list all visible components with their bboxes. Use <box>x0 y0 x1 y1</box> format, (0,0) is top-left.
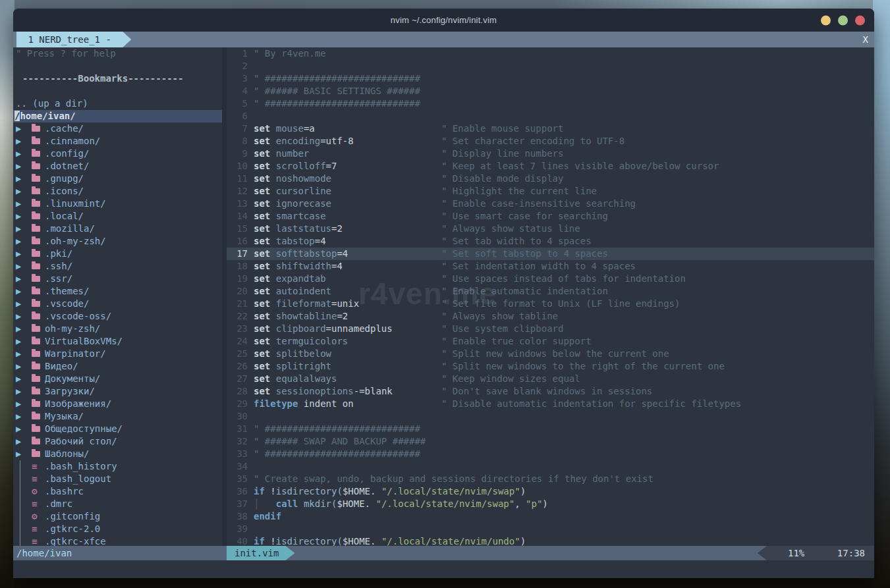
collapsed-arrow-icon[interactable]: ▶ <box>16 335 32 348</box>
tree-row-dir[interactable]: ▶.linuxmint/ <box>13 198 222 210</box>
tree-row-dir[interactable]: ▶oh-my-zsh/ <box>13 323 222 335</box>
editor-line-4[interactable]: 4" ###### BASIC SETTINGS ###### <box>227 85 874 97</box>
editor-line-7[interactable]: 7set mouse=a" Enable mouse support <box>227 122 874 135</box>
tree-row-dir[interactable]: ▶Warpinator/ <box>13 348 222 360</box>
editor-line-39[interactable]: 39 <box>227 523 874 535</box>
collapsed-arrow-icon[interactable]: ▶ <box>16 423 32 435</box>
editor-line-19[interactable]: 19set expandtab" Use spaces instead of t… <box>227 273 874 285</box>
collapsed-arrow-icon[interactable]: ▶ <box>16 260 32 273</box>
editor-line-21[interactable]: 21set fileformat=unix" Set file format t… <box>227 298 874 310</box>
tree-row-dir[interactable]: ▶.local/ <box>13 210 222 223</box>
collapsed-arrow-icon[interactable]: ▶ <box>16 173 32 185</box>
editor-line-30[interactable]: 30 <box>227 410 874 423</box>
editor-line-14[interactable]: 14set smartcase" Use smart case for sear… <box>227 210 874 223</box>
editor-line-40[interactable]: 40if !isdirectory($HOME. "/.local/state/… <box>227 535 874 546</box>
tree-row-dir[interactable]: ▶.ssr/ <box>13 273 222 285</box>
tree-row-dir[interactable]: ▶.ssh/ <box>13 260 222 273</box>
tree-row-dir[interactable]: ▶Рабочий стол/ <box>13 435 222 448</box>
tree-row-dir[interactable]: ▶.oh-my-zsh/ <box>13 235 222 248</box>
collapsed-arrow-icon[interactable]: ▶ <box>16 373 32 385</box>
tree-row-dir[interactable]: ▶.cache/ <box>13 122 222 135</box>
tree-row-dir[interactable]: ▶Общедоступные/ <box>13 423 222 435</box>
tree-row-dir[interactable]: ▶Видео/ <box>13 360 222 373</box>
collapsed-arrow-icon[interactable]: ▶ <box>16 385 32 398</box>
editor-line-32[interactable]: 32" ###### SWAP AND BACKUP ###### <box>227 435 874 448</box>
tree-row-dir[interactable]: ▶.cinnamon/ <box>13 135 222 147</box>
minimize-button[interactable] <box>821 15 831 25</box>
tree-row-file[interactable]: ⚙.gitconfig <box>13 510 222 523</box>
tree-row-file[interactable]: ≡.dmrc <box>13 498 222 510</box>
editor-line-33[interactable]: 33" ############################ <box>227 448 874 460</box>
maximize-button[interactable] <box>838 15 848 25</box>
tree-row-dir[interactable]: ▶VirtualBoxVMs/ <box>13 335 222 348</box>
collapsed-arrow-icon[interactable]: ▶ <box>16 248 32 260</box>
collapsed-arrow-icon[interactable]: ▶ <box>16 223 32 235</box>
tree-row-updir[interactable]: .. (up a dir) <box>13 97 222 110</box>
editor-line-12[interactable]: 12set cursorline" Highlight the current … <box>227 185 874 198</box>
tree-row-file[interactable]: ≡.bash_logout <box>13 473 222 485</box>
collapsed-arrow-icon[interactable]: ▶ <box>16 348 32 360</box>
tree-row-dir[interactable]: ▶.vscode/ <box>13 298 222 310</box>
editor-line-16[interactable]: 16set tabstop=4" Set tab width to 4 spac… <box>227 235 874 248</box>
editor-line-31[interactable]: 31" ############################ <box>227 423 874 435</box>
collapsed-arrow-icon[interactable]: ▶ <box>16 285 32 298</box>
collapsed-arrow-icon[interactable]: ▶ <box>16 298 32 310</box>
close-button[interactable] <box>855 15 865 25</box>
editor-line-20[interactable]: 20set autoindent" Enable automatic inden… <box>227 285 874 298</box>
tree-row-dir[interactable]: ▶.icons/ <box>13 185 222 198</box>
tree-row-dir[interactable]: ▶.pki/ <box>13 248 222 260</box>
collapsed-arrow-icon[interactable]: ▶ <box>16 435 32 448</box>
collapsed-arrow-icon[interactable]: ▶ <box>16 160 32 173</box>
collapsed-arrow-icon[interactable]: ▶ <box>16 122 32 135</box>
collapsed-arrow-icon[interactable]: ▶ <box>16 273 32 285</box>
collapsed-arrow-icon[interactable]: ▶ <box>16 147 32 160</box>
editor-line-37[interactable]: 37│ call mkdir($HOME. "/.local/state/nvi… <box>227 498 874 510</box>
tree-row-file[interactable]: ⚙.bashrc <box>13 485 222 498</box>
tree-row-dir[interactable]: ▶Загрузки/ <box>13 385 222 398</box>
tree-row-dir[interactable]: ▶.themes/ <box>13 285 222 298</box>
editor-line-1[interactable]: 1" By r4ven.me <box>227 47 874 60</box>
editor-line-3[interactable]: 3" ############################ <box>227 72 874 85</box>
collapsed-arrow-icon[interactable]: ▶ <box>16 448 32 460</box>
collapsed-arrow-icon[interactable]: ▶ <box>16 360 32 373</box>
editor-line-18[interactable]: 18set shiftwidth=4" Set indentation widt… <box>227 260 874 273</box>
editor-line-6[interactable]: 6 <box>227 110 874 122</box>
editor-line-5[interactable]: 5" ############################ <box>227 97 874 110</box>
collapsed-arrow-icon[interactable]: ▶ <box>16 198 32 210</box>
editor-line-28[interactable]: 28set sessionoptions-=blank" Don't save … <box>227 385 874 398</box>
editor-line-15[interactable]: 15set laststatus=2" Always show status l… <box>227 223 874 235</box>
tree-row-dir[interactable]: ▶Изображения/ <box>13 398 222 410</box>
tree-row-dir[interactable]: ▶.gnupg/ <box>13 173 222 185</box>
editor-line-25[interactable]: 25set splitbelow" Split new windows belo… <box>227 348 874 360</box>
tree-row-dir[interactable]: ▶Музыка/ <box>13 410 222 423</box>
command-line-area[interactable] <box>13 560 874 578</box>
tree-row-file[interactable]: ≡.bash_history <box>13 460 222 473</box>
editor-line-35[interactable]: 35" Create swap, undo, backup and sessio… <box>227 473 874 485</box>
tree-row-dir[interactable]: ▶Шаблоны/ <box>13 448 222 460</box>
collapsed-arrow-icon[interactable]: ▶ <box>16 410 32 423</box>
tree-row-file[interactable]: ≡.gtkrc-2.0 <box>13 523 222 535</box>
editor-line-9[interactable]: 9set number" Display line numbers <box>227 147 874 160</box>
editor-line-2[interactable]: 2 <box>227 60 874 72</box>
tree-row-file[interactable]: ≡.gtkrc-xfce <box>13 535 222 546</box>
editor-line-29[interactable]: 29filetype indent on" Disable automatic … <box>227 398 874 410</box>
editor-line-10[interactable]: 10set scrolloff=7" Keep at least 7 lines… <box>227 160 874 173</box>
tree-row-dir[interactable]: ▶.mozilla/ <box>13 223 222 235</box>
collapsed-arrow-icon[interactable]: ▶ <box>16 310 32 323</box>
collapsed-arrow-icon[interactable]: ▶ <box>16 185 32 198</box>
editor-line-24[interactable]: 24set termguicolors" Enable true color s… <box>227 335 874 348</box>
collapsed-arrow-icon[interactable]: ▶ <box>16 235 32 248</box>
editor-line-38[interactable]: 38endif <box>227 510 874 523</box>
tab-close-icon[interactable]: X <box>863 32 868 47</box>
tree-row-root[interactable]: /home/ivan/ <box>13 110 222 122</box>
editor-line-13[interactable]: 13set ignorecase" Enable case-insensitiv… <box>227 198 874 210</box>
editor-line-27[interactable]: 27set equalalways" Keep window sizes equ… <box>227 373 874 385</box>
collapsed-arrow-icon[interactable]: ▶ <box>16 323 32 335</box>
editor-line-17[interactable]: 17set softtabstop=4" Set soft tabstop to… <box>227 248 874 260</box>
collapsed-arrow-icon[interactable]: ▶ <box>16 398 32 410</box>
editor-line-34[interactable]: 34 <box>227 460 874 473</box>
editor-line-26[interactable]: 26set splitright" Split new windows to t… <box>227 360 874 373</box>
editor-line-8[interactable]: 8set encoding=utf-8" Set character encod… <box>227 135 874 147</box>
tab-nerdtree[interactable]: 1 NERD_tree_1 - <box>16 32 131 47</box>
titlebar[interactable]: nvim ~/.config/nvim/init.vim <box>13 9 874 32</box>
